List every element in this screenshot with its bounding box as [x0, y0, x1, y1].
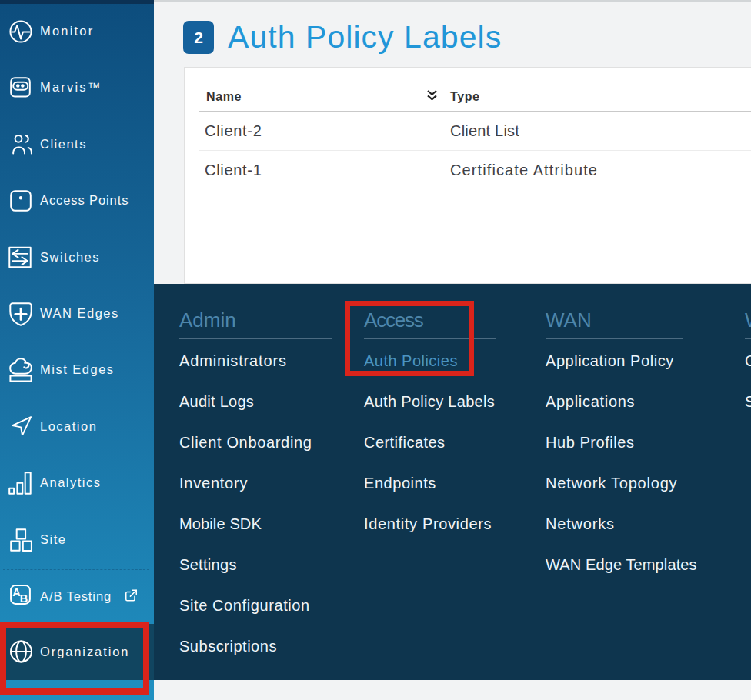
svg-text:B: B — [20, 592, 28, 605]
